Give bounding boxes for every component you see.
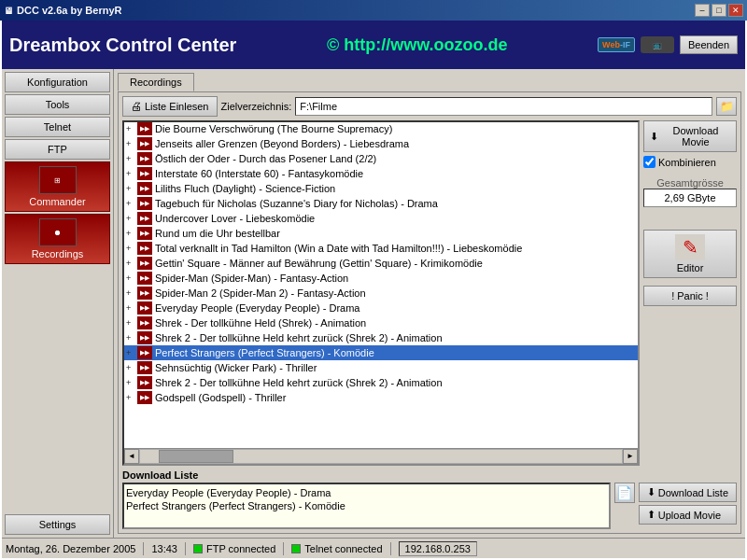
status-time: 13:43 bbox=[151, 543, 177, 554]
download-right: 📄 bbox=[614, 483, 635, 503]
ftp-status-light bbox=[193, 544, 203, 553]
file-item[interactable]: +▶▶Rund um die Uhr bestellbar bbox=[124, 226, 638, 241]
new-item-button[interactable]: 📄 bbox=[614, 483, 635, 503]
file-item[interactable]: +▶▶Shrek 2 - Der tollkühne Held kehrt zu… bbox=[124, 330, 638, 345]
file-name: Rund um die Uhr bestellbar bbox=[155, 228, 280, 239]
expand-icon: + bbox=[126, 214, 137, 223]
recordings-tab[interactable]: Recordings bbox=[118, 73, 194, 91]
editor-icon: ✎ bbox=[675, 234, 705, 260]
minimize-button[interactable]: – bbox=[695, 4, 710, 17]
ftp-button[interactable]: FTP bbox=[5, 139, 110, 160]
file-item[interactable]: +▶▶Gettin' Square - Männer auf Bewährung… bbox=[124, 256, 638, 271]
kombinieren-checkbox[interactable] bbox=[643, 156, 655, 168]
download-action-buttons: ⬇ Download Liste ⬆ Upload Movie bbox=[639, 483, 737, 525]
recordings-label: Recordings bbox=[32, 248, 84, 259]
hscroll-thumb[interactable] bbox=[159, 450, 233, 463]
file-item[interactable]: +▶▶Östlich der Oder - Durch das Posener … bbox=[124, 151, 638, 166]
editor-button[interactable]: ✎ Editor bbox=[643, 230, 737, 278]
file-item[interactable]: +▶▶Spider-Man 2 (Spider-Man 2) - Fantasy… bbox=[124, 286, 638, 301]
file-name: Shrek - Der tollkühne Held (Shrek) - Ani… bbox=[155, 317, 366, 329]
remote-icon: 📺 bbox=[641, 36, 674, 53]
telnet-status: Telnet connected bbox=[291, 543, 382, 554]
commander-icon-symbol: ⊞ bbox=[54, 176, 61, 185]
file-type-icon: ▶▶ bbox=[137, 137, 152, 150]
recordings-button[interactable]: ⏺ Recordings bbox=[5, 214, 110, 264]
file-item[interactable]: +▶▶Everyday People (Everyday People) - D… bbox=[124, 301, 638, 315]
upload-movie-label: Upload Movie bbox=[658, 510, 721, 521]
status-date: Montag, 26. Dezember 2005 bbox=[6, 543, 135, 554]
file-type-icon: ▶▶ bbox=[137, 197, 152, 210]
file-item[interactable]: +▶▶Perfect Strangers (Perfect Strangers)… bbox=[124, 345, 638, 360]
expand-icon: + bbox=[126, 244, 137, 253]
close-button[interactable]: ✕ bbox=[728, 4, 743, 17]
liste-einlesen-button[interactable]: 🖨 Liste Einlesen bbox=[122, 96, 218, 117]
download-movie-button[interactable]: ⬇ Download Movie bbox=[643, 120, 737, 152]
web-label: Web bbox=[602, 40, 620, 49]
webif-badge: Web-IF bbox=[598, 37, 635, 52]
file-name: Shrek 2 - Der tollkühne Held kehrt zurüc… bbox=[155, 332, 443, 343]
download-area: Everyday People (Everyday People) - Dram… bbox=[122, 483, 737, 529]
file-item[interactable]: +▶▶Liliths Fluch (Daylight) - Science-Fi… bbox=[124, 181, 638, 196]
file-type-icon: ▶▶ bbox=[137, 227, 152, 240]
file-item[interactable]: +▶▶Undercover Lover - Liebeskomödie bbox=[124, 211, 638, 226]
file-item[interactable]: +▶▶Shrek 2 - Der tollkühne Held kehrt zu… bbox=[124, 375, 638, 390]
recordings-panel: 🖨 Liste Einlesen Zielverzeichnis: 📁 +▶▶D… bbox=[118, 91, 741, 534]
maximize-button[interactable]: □ bbox=[712, 4, 726, 17]
liste-icon: 🖨 bbox=[131, 100, 142, 113]
settings-button[interactable]: Settings bbox=[5, 514, 110, 535]
download-movie-label: Download Movie bbox=[661, 125, 730, 147]
file-item[interactable]: +▶▶Spider-Man (Spider-Man) - Fantasy-Act… bbox=[124, 271, 638, 286]
zielverzeichnis-input[interactable] bbox=[295, 97, 712, 116]
file-item[interactable]: +▶▶Die Bourne Verschwörung (The Bourne S… bbox=[124, 121, 638, 136]
size-section: Gesamtgrösse 2,69 GByte bbox=[643, 177, 737, 207]
title-bar-text: 🖥 DCC v2.6a by BernyR bbox=[4, 5, 122, 16]
if-label: -IF bbox=[620, 40, 630, 49]
commander-button[interactable]: ⊞ Commander bbox=[5, 161, 110, 212]
panic-button[interactable]: ! Panic ! bbox=[643, 286, 737, 306]
file-item[interactable]: +▶▶Total verknallt in Tad Hamilton (Win … bbox=[124, 241, 638, 256]
file-item[interactable]: +▶▶Tagebuch für Nicholas (Suzanne's Diar… bbox=[124, 196, 638, 211]
file-item[interactable]: +▶▶Jenseits aller Grenzen (Beyond Border… bbox=[124, 136, 638, 151]
hscroll-right[interactable]: ► bbox=[623, 449, 638, 464]
file-name: Gettin' Square - Männer auf Bewährung (G… bbox=[155, 258, 483, 269]
file-type-icon: ▶▶ bbox=[137, 331, 152, 344]
kombinieren-label: Kombinieren bbox=[658, 157, 716, 168]
editor-icon-symbol: ✎ bbox=[683, 236, 698, 259]
file-name: Jenseits aller Grenzen (Beyond Borders) … bbox=[155, 138, 409, 149]
file-name: Spider-Man 2 (Spider-Man 2) - Fantasy-Ac… bbox=[155, 287, 366, 299]
hscroll-left[interactable]: ◄ bbox=[124, 449, 139, 464]
expand-icon: + bbox=[126, 363, 137, 372]
toolbar-row: 🖨 Liste Einlesen Zielverzeichnis: 📁 bbox=[122, 96, 737, 117]
app-title: Dreambox Control Center bbox=[9, 35, 236, 56]
konfiguration-button[interactable]: Konfiguration bbox=[5, 72, 110, 92]
commander-label: Commander bbox=[29, 196, 86, 207]
expand-icon: + bbox=[126, 139, 137, 148]
sidebar-spacer bbox=[4, 265, 111, 513]
horizontal-scrollbar[interactable]: ◄ ► bbox=[124, 448, 638, 463]
expand-icon: + bbox=[126, 273, 137, 283]
tools-button[interactable]: Tools bbox=[5, 94, 110, 115]
file-item[interactable]: +▶▶Godspell (Godspell) - Thriller bbox=[124, 390, 638, 405]
file-type-icon: ▶▶ bbox=[137, 287, 152, 300]
ftp-status: FTP connected bbox=[193, 543, 275, 554]
file-name: Tagebuch für Nicholas (Suzanne's Diary f… bbox=[155, 198, 438, 209]
file-item[interactable]: +▶▶Interstate 60 (Interstate 60) - Fanta… bbox=[124, 166, 638, 181]
status-divider-1 bbox=[143, 542, 144, 555]
browse-button[interactable]: 📁 bbox=[716, 97, 737, 116]
file-name: Interstate 60 (Interstate 60) - Fantasyk… bbox=[155, 168, 363, 179]
file-item[interactable]: +▶▶Sehnsüchtig (Wicker Park) - Thriller bbox=[124, 360, 638, 375]
file-type-icon: ▶▶ bbox=[137, 346, 152, 359]
expand-icon: + bbox=[126, 318, 137, 328]
file-list[interactable]: +▶▶Die Bourne Verschwörung (The Bourne S… bbox=[124, 120, 638, 448]
telnet-button[interactable]: Telnet bbox=[5, 117, 110, 137]
upload-movie-button[interactable]: ⬆ Upload Movie bbox=[639, 505, 737, 525]
download-list-button[interactable]: ⬇ Download Liste bbox=[639, 483, 737, 502]
file-type-icon: ▶▶ bbox=[137, 212, 152, 225]
download-liste-label: Download Liste bbox=[122, 469, 737, 481]
file-item[interactable]: +▶▶Shrek - Der tollkühne Held (Shrek) - … bbox=[124, 315, 638, 330]
file-name: Godspell (Godspell) - Thriller bbox=[155, 392, 286, 403]
beenden-button[interactable]: Beenden bbox=[680, 35, 738, 54]
title-bar-buttons: – □ ✕ bbox=[695, 4, 743, 17]
file-type-icon: ▶▶ bbox=[137, 316, 152, 329]
content-area: Konfiguration Tools Telnet FTP ⊞ Command… bbox=[2, 69, 745, 538]
